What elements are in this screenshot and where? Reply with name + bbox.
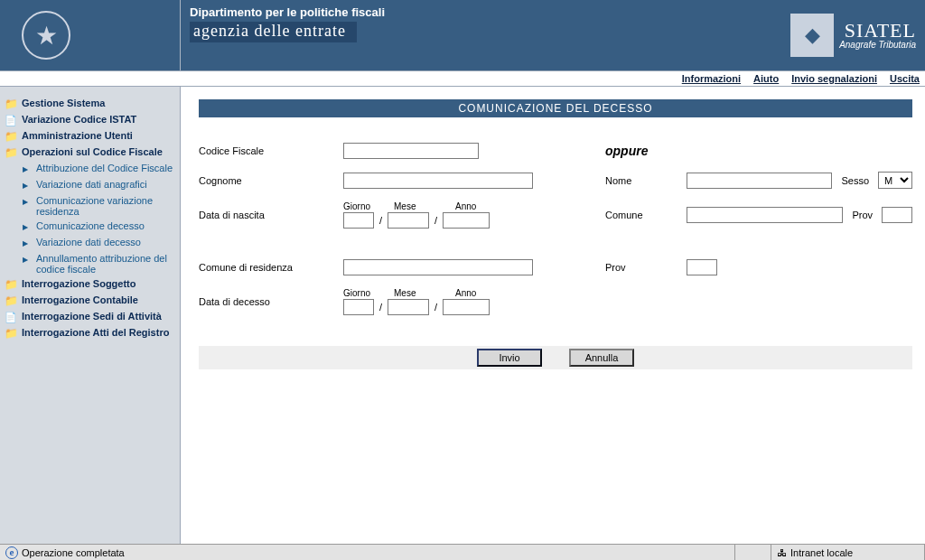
- sidebar-item-1[interactable]: Variazione Codice ISTAT: [4, 112, 176, 128]
- button-bar: Invio Annulla: [199, 346, 912, 369]
- sidebar-item-3[interactable]: Operazioni sul Codice Fiscale: [4, 145, 176, 161]
- sidebar-item-label: Variazione Codice ISTAT: [22, 114, 136, 125]
- sidebar-item-0[interactable]: Gestione Sistema: [4, 96, 176, 112]
- sidebar-item-9[interactable]: Annullamento attribuzione del codice fis…: [4, 251, 176, 276]
- folder-icon: [4, 146, 18, 159]
- sidebar-item-8[interactable]: Variazione dati decesso: [4, 235, 176, 251]
- folder-icon: [4, 294, 18, 307]
- cancel-button[interactable]: Annulla: [569, 349, 634, 367]
- date-nascita-group: Giorno Mese Anno / /: [343, 201, 605, 229]
- panel-title: COMUNICAZIONE DEL DECESSO: [199, 99, 912, 117]
- input-cf[interactable]: [343, 143, 479, 159]
- brand-text: SIATEL Anagrafe Tributaria: [839, 21, 916, 50]
- input-decesso-mese[interactable]: [388, 299, 429, 315]
- sidebar-item-label: Interrogazione Sedi di Attività: [22, 311, 162, 322]
- sidebar-item-10[interactable]: Interrogazione Soggetto: [4, 276, 176, 293]
- sidebar-item-6[interactable]: Comunicazione variazione residenza: [4, 193, 176, 219]
- label-anno-2: Anno: [455, 288, 502, 298]
- page-icon: [4, 311, 18, 323]
- sidebar-item-label: Interrogazione Atti del Registro: [22, 327, 169, 338]
- label-comune-res: Comune di residenza: [199, 262, 343, 273]
- banner-area: Dipartimento per le politiche fiscali ag…: [181, 0, 744, 70]
- page-icon: [18, 195, 33, 208]
- label-data-decesso: Data di decesso: [199, 296, 343, 307]
- department-title: Dipartimento per le politiche fiscali: [190, 5, 385, 19]
- status-bar: Operazione completata Intranet locale: [0, 544, 925, 560]
- folder-icon: [4, 130, 18, 143]
- label-comune: Comune: [605, 210, 687, 220]
- label-sesso: Sesso: [841, 175, 869, 186]
- page-icon: [18, 253, 33, 266]
- form-grid: Codice Fiscale oppure Cognome Nome Sesso…: [199, 143, 912, 315]
- sidebar-item-label: Interrogazione Contabile: [22, 294, 138, 305]
- sidebar-item-label: Operazioni sul Codice Fiscale: [22, 146, 163, 157]
- sidebar-item-7[interactable]: Comunicazione decesso: [4, 219, 176, 235]
- status-zone-text: Intranet locale: [790, 547, 853, 558]
- label-data-nascita: Data di nascita: [199, 210, 343, 220]
- sidebar-item-4[interactable]: Attribuzione del Codice Fiscale: [4, 161, 176, 177]
- intranet-icon: [777, 547, 787, 558]
- input-prov-nascita[interactable]: [882, 207, 912, 223]
- folder-icon: [4, 327, 18, 340]
- label-prov-nascita: Prov: [852, 210, 873, 220]
- page-icon: [18, 163, 33, 175]
- sidebar-item-2[interactable]: Amministrazione Utenti: [4, 128, 176, 145]
- sidebar-item-label: Comunicazione decesso: [36, 220, 145, 231]
- brand-title: SIATEL: [839, 21, 916, 41]
- link-exit[interactable]: Uscita: [890, 73, 920, 84]
- sidebar-item-label: Annullamento attribuzione del codice fis…: [36, 253, 176, 275]
- sidebar-item-label: Gestione Sistema: [22, 98, 105, 108]
- input-comune-res[interactable]: [343, 259, 533, 275]
- input-nascita-giorno[interactable]: [343, 212, 374, 229]
- label-mese-2: Mese: [394, 288, 435, 298]
- sidebar-item-11[interactable]: Interrogazione Contabile: [4, 293, 176, 309]
- input-nome[interactable]: [687, 173, 832, 189]
- sidebar-item-label: Amministrazione Utenti: [22, 130, 133, 141]
- sidebar-item-12[interactable]: Interrogazione Sedi di Attività: [4, 309, 176, 325]
- folder-icon: [4, 278, 18, 291]
- emblem-area: ★: [0, 0, 181, 70]
- input-prov-res[interactable]: [687, 259, 717, 275]
- status-completed: Operazione completata: [0, 545, 735, 560]
- app-header: ★ Dipartimento per le politiche fiscali …: [0, 0, 925, 70]
- sidebar-item-label: Attribuzione del Codice Fiscale: [36, 163, 173, 173]
- sidebar-item-13[interactable]: Interrogazione Atti del Registro: [4, 325, 176, 341]
- status-mid: [735, 545, 771, 560]
- top-link-bar: Informazioni Aiuto Invio segnalazioni Us…: [0, 70, 925, 87]
- ie-icon: [5, 546, 18, 559]
- page-icon: [18, 220, 33, 233]
- status-zone: Intranet locale: [771, 545, 925, 560]
- page-icon: [18, 237, 33, 249]
- input-cognome[interactable]: [343, 173, 533, 189]
- link-help[interactable]: Aiuto: [753, 73, 779, 84]
- input-decesso-giorno[interactable]: [343, 299, 374, 315]
- siatel-logo-icon: ◆: [790, 14, 834, 57]
- sidebar-item-label: Interrogazione Soggetto: [22, 278, 136, 289]
- sidebar-item-label: Variazione dati decesso: [36, 237, 141, 247]
- input-decesso-anno[interactable]: [443, 299, 490, 315]
- state-emblem-icon: ★: [22, 11, 70, 60]
- input-comune-nascita[interactable]: [687, 207, 843, 223]
- input-nascita-anno[interactable]: [443, 212, 490, 229]
- date-decesso-group: Giorno Mese Anno / /: [343, 288, 605, 315]
- label-giorno-2: Giorno: [343, 288, 374, 298]
- input-nascita-mese[interactable]: [388, 212, 429, 229]
- brand-subtitle: Anagrafe Tributaria: [839, 41, 916, 50]
- label-oppure: oppure: [605, 144, 912, 158]
- label-anno: Anno: [455, 201, 502, 211]
- agency-title: agenzia delle entrate: [190, 22, 357, 42]
- page-icon: [4, 114, 18, 126]
- sidebar-item-label: Variazione dati anagrafici: [36, 179, 147, 190]
- brand-area: ◆ SIATEL Anagrafe Tributaria: [744, 0, 925, 70]
- link-report[interactable]: Invio segnalazioni: [791, 73, 877, 84]
- link-info[interactable]: Informazioni: [682, 73, 741, 84]
- sidebar-item-5[interactable]: Variazione dati anagrafici: [4, 177, 176, 193]
- sidebar: Gestione SistemaVariazione Codice ISTATA…: [0, 87, 181, 544]
- sidebar-item-label: Comunicazione variazione residenza: [36, 195, 176, 217]
- status-text: Operazione completata: [22, 547, 125, 558]
- folder-icon: [4, 98, 18, 110]
- select-sesso[interactable]: M: [878, 172, 912, 189]
- label-giorno: Giorno: [343, 201, 374, 211]
- label-cf: Codice Fiscale: [199, 145, 343, 156]
- submit-button[interactable]: Invio: [477, 349, 542, 367]
